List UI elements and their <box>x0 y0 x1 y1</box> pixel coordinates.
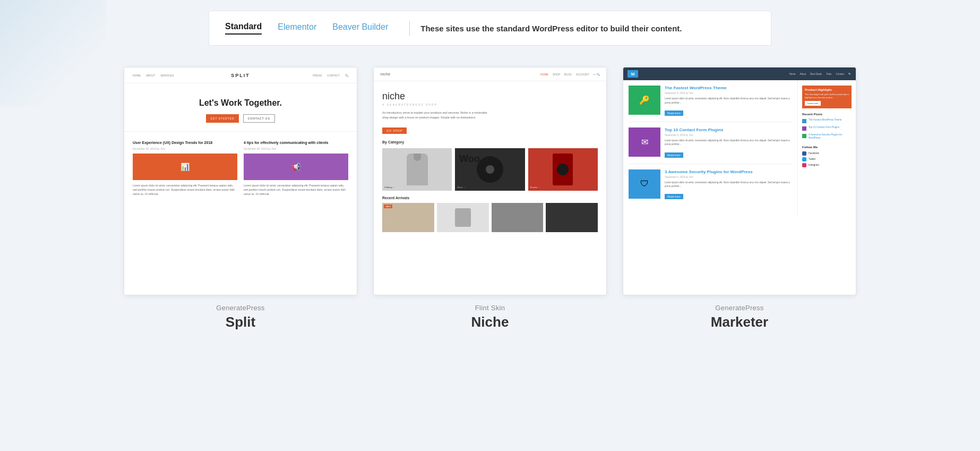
recent-posts-title: Recent Posts <box>802 113 852 116</box>
niche-hero: niche A GENERATEPRESS SHOP An introducto… <box>374 81 606 237</box>
marketer-post-2: ✉ Top 10 Contact Form Plugins September … <box>629 127 792 164</box>
twitter-link[interactable]: Twitter <box>802 157 852 161</box>
niche-recent-title: Recent Arrivals <box>382 196 598 200</box>
follow-me-title: Follow Me <box>802 146 852 149</box>
twitter-label: Twitter <box>809 158 815 160</box>
marketer-content: 🔑 The Fastest WordPress Theme September … <box>623 80 856 216</box>
woo-text: Woo <box>459 154 480 165</box>
split-main-label: Split <box>226 314 255 330</box>
niche-logo: niche <box>380 72 390 76</box>
instagram-icon <box>802 163 806 167</box>
niche-recent-1: SALE <box>382 203 434 232</box>
niche-posters-label: Posters → <box>530 186 540 189</box>
niche-recent-2 <box>437 203 489 232</box>
niche-category-title: By Category <box>382 140 598 144</box>
niche-main-label: Niche <box>471 314 509 330</box>
instagram-label: Instagram <box>809 164 819 166</box>
niche-preview: niche HOME SHOP BLOG ACCOUNT • • 🔍 niche… <box>373 67 607 295</box>
split-nav-contact: CONTACT <box>327 74 340 77</box>
recent-post-text-1: The Fastest WordPress Theme <box>809 118 841 122</box>
marketer-sidebar: Product Highlight. This first widget wil… <box>797 80 856 216</box>
vinyl-icon <box>477 156 503 183</box>
recent-posts-widget: Recent Posts The Fastest WordPress Theme… <box>802 113 852 140</box>
shirt-shape <box>455 208 471 227</box>
split-post-2-date: November 28, 2018 by Tom <box>244 147 348 150</box>
niche-nav-account: ACCOUNT <box>576 73 589 76</box>
niche-nav: niche HOME SHOP BLOG ACCOUNT • • 🔍 <box>374 67 606 81</box>
marketer-post-3-title: 3 Awesome Security Plugins for WordPress <box>665 169 792 175</box>
tab-list: Standard Elementor Beaver Builder <box>225 22 388 35</box>
instagram-link[interactable]: Instagram <box>802 163 852 167</box>
niche-recent-3-img <box>492 203 544 232</box>
tab-standard[interactable]: Standard <box>225 22 262 35</box>
learn-more-btn[interactable]: Learn more <box>805 101 821 106</box>
split-nav-services: SERVICES <box>160 74 174 77</box>
split-contact-btn[interactable]: CONTACT US <box>243 114 275 123</box>
niche-sub-label: Flint Skin <box>475 304 505 312</box>
marketer-post-1-readmore[interactable]: Read more <box>665 110 683 116</box>
niche-recent-4 <box>546 203 598 232</box>
ninja-face <box>557 164 569 175</box>
marketer-nav-deals: Best Deals <box>810 73 822 75</box>
marketer-post-1-thumb: 🔑 <box>629 86 660 115</box>
marketer-post-2-date: September 8, 2018 by Tom <box>665 134 792 137</box>
site-card-split: HOME ABOUT SERVICES SPLIT PRESS CONTACT … <box>124 67 357 330</box>
paper-plane-icon: ✉ <box>641 137 648 147</box>
marketer-post-1: 🔑 The Fastest WordPress Theme September … <box>629 86 792 122</box>
split-nav-left: HOME ABOUT SERVICES <box>133 74 174 77</box>
key-icon: 🔑 <box>639 95 650 105</box>
marketer-post-3-readmore[interactable]: Read more <box>665 194 683 199</box>
niche-shop-btn[interactable]: GO SHOP <box>382 127 407 134</box>
split-post-1-thumb: 📊 <box>133 154 237 180</box>
megaphone-icon: 📢 <box>291 163 300 171</box>
page-wrapper: Standard Elementor Beaver Builder These … <box>0 0 980 352</box>
niche-category-clothing[interactable]: Clothing → <box>382 148 452 191</box>
tab-elementor[interactable]: Elementor <box>278 22 316 34</box>
split-nav-press: PRESS <box>313 74 322 77</box>
marketer-nav-search-icon: 🔍 <box>848 73 852 75</box>
niche-recent-3 <box>492 203 544 232</box>
marketer-post-2-title: Top 10 Contact Form Plugins <box>665 127 792 133</box>
niche-category-music[interactable]: Woo Music → <box>455 148 525 191</box>
split-post-1-title: User Experience (UX) Design Trends for 2… <box>133 140 237 145</box>
split-hero-btns: GET STARTED CONTACT US <box>133 114 348 123</box>
marketer-nav: M Home About Best Deals Tools Contact 🔍 <box>623 67 856 80</box>
marketer-post-3-info: 3 Awesome Security Plugins for WordPress… <box>665 169 792 200</box>
split-sub-label: GeneratePress <box>216 304 264 312</box>
split-post-2-title: 4 tips for effectively communicating wit… <box>244 140 348 145</box>
marketer-post-2-readmore[interactable]: Read more <box>665 152 683 158</box>
facebook-link[interactable]: Facebook <box>802 151 852 156</box>
split-nav-about: ABOUT <box>146 74 155 77</box>
split-brand: SPLIT <box>231 73 250 78</box>
tab-divider <box>409 21 410 36</box>
poster-shape <box>553 154 573 185</box>
split-nav-right: PRESS CONTACT 🔍 <box>313 74 348 77</box>
product-highlight-text: This first widget will cycle itself auto… <box>805 93 849 99</box>
niche-category-posters[interactable]: Posters → <box>528 148 598 191</box>
marketer-post-2-thumb: ✉ <box>629 127 660 157</box>
marketer-nav-about: About <box>800 73 806 75</box>
split-nav-home: HOME <box>133 74 141 77</box>
product-highlight-widget: Product Highlight. This first widget wil… <box>802 86 852 108</box>
niche-nav-home: HOME <box>540 73 548 76</box>
split-nav: HOME ABOUT SERVICES SPLIT PRESS CONTACT … <box>124 67 357 83</box>
marketer-brand: M <box>627 70 638 78</box>
marketer-nav-contact: Contact <box>836 73 844 75</box>
recent-post-item-2: Top 10 Contact Form Plugins <box>802 126 852 131</box>
follow-me-widget: Follow Me Facebook Twitter <box>802 146 852 167</box>
recent-post-item-1: The Fastest WordPress Theme <box>802 118 852 123</box>
marketer-post-2-text: Lorem ipsum dolor sit amet, consectetur … <box>665 139 792 146</box>
tab-beaver-builder[interactable]: Beaver Builder <box>332 22 388 34</box>
split-get-started-btn[interactable]: GET STARTED <box>206 114 238 123</box>
split-post-2: 4 tips for effectively communicating wit… <box>244 140 348 196</box>
marketer-nav-links: Home About Best Deals Tools Contact 🔍 <box>789 73 852 75</box>
recent-dot-1 <box>802 119 806 123</box>
niche-hero-title: niche <box>382 91 598 102</box>
marketer-nav-tools: Tools <box>826 73 832 75</box>
recent-post-text-2: Top 10 Contact Form Plugins <box>809 126 839 129</box>
recent-post-item-3: 3 Awesome Security Plugins for WordPress <box>802 133 852 140</box>
niche-nav-blog: BLOG <box>564 73 572 76</box>
niche-nav-links: HOME SHOP BLOG ACCOUNT • • 🔍 <box>540 73 600 76</box>
tab-description: These sites use the standard WordPress e… <box>420 24 682 33</box>
marketer-main-label: Marketer <box>711 314 768 330</box>
